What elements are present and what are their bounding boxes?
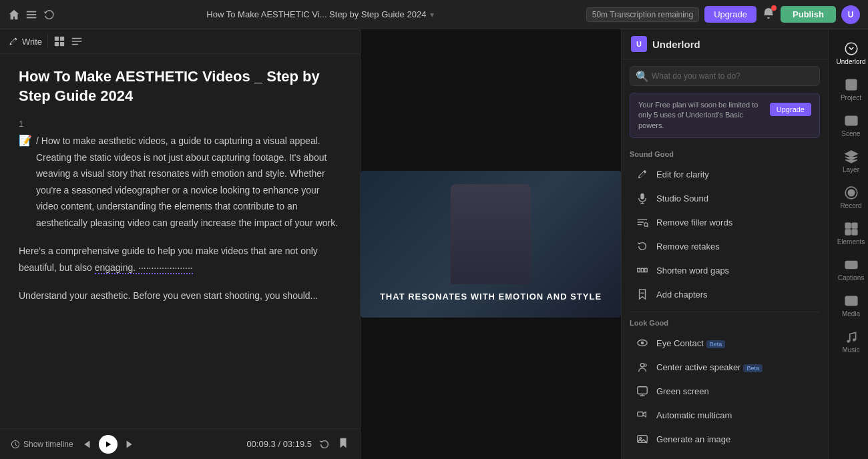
speaker-icon <box>635 360 650 374</box>
look-good-label: Look Good <box>630 319 820 327</box>
text-toolbar: Write <box>0 29 360 54</box>
avatar: U <box>841 5 860 24</box>
show-timeline-button[interactable]: Show timeline <box>11 440 73 449</box>
feature-green-screen[interactable]: Green screen <box>630 379 820 403</box>
write-button[interactable]: Write <box>8 36 42 47</box>
shorten-gaps-label: Shorten word gaps <box>656 266 729 276</box>
notification-dot <box>771 5 777 11</box>
edit-clarity-label: Edit for clarity <box>656 169 709 179</box>
underlord-title: Underlord <box>652 39 700 50</box>
notification-icon[interactable] <box>762 7 775 23</box>
search-box: 🔍 <box>630 66 820 86</box>
generate-image-label: Generate an image <box>656 434 730 444</box>
feature-remove-retakes[interactable]: Remove retakes <box>630 234 820 258</box>
gaps-icon <box>635 263 650 278</box>
sidebar-item-elements[interactable]: Elements <box>832 216 869 251</box>
svg-rect-22 <box>638 387 647 394</box>
menu-button[interactable] <box>25 9 37 21</box>
sidebar-item-underlord[interactable]: Underlord <box>832 36 869 71</box>
bookmark-button[interactable] <box>337 437 349 451</box>
show-timeline-label: Show timeline <box>23 440 73 449</box>
sidebar-item-layer[interactable]: Layer <box>832 144 869 179</box>
svg-rect-9 <box>640 193 644 199</box>
skip-forward-button[interactable] <box>124 438 136 450</box>
svg-marker-8 <box>106 441 111 446</box>
project-title: How To Make AESTHETIC Vi... Step by Step… <box>206 9 426 19</box>
sidebar-elements-label: Elements <box>837 238 865 246</box>
feature-studio-sound[interactable]: Studio Sound <box>630 186 820 210</box>
chapters-icon <box>635 287 650 302</box>
svg-rect-23 <box>638 412 643 416</box>
svg-rect-15 <box>641 268 644 272</box>
auto-multicam-label: Automatic multicam <box>656 410 732 420</box>
publish-button[interactable]: Publish <box>781 6 836 23</box>
underlord-panel: U Underlord 🔍 Your Free plan will soon b… <box>621 29 828 459</box>
svg-rect-4 <box>60 37 64 41</box>
current-time: 00:09.3 <box>246 439 275 449</box>
sidebar-layer-label: Layer <box>843 166 859 173</box>
body-paragraph-1[interactable]: / How to make aesthetic videos, a guide … <box>36 133 341 231</box>
svg-point-37 <box>847 340 849 342</box>
video-caption: THAT RESONATES WITH EMOTION AND STYLE <box>380 292 602 302</box>
toolbar-divider <box>47 35 48 48</box>
feature-auto-multicam[interactable]: Automatic multicam <box>630 403 820 427</box>
body-paragraph-3: Understand your aesthetic. Before you ev… <box>19 288 341 304</box>
remove-retakes-label: Remove retakes <box>656 242 720 252</box>
svg-rect-1 <box>27 14 36 15</box>
skip-back-button[interactable] <box>80 438 92 450</box>
feature-edit-clarity[interactable]: Edit for clarity <box>630 162 820 186</box>
topbar-center: How To Make AESTHETIC Vi... Step by Step… <box>61 9 580 19</box>
playback-controls <box>80 435 136 454</box>
sidebar-item-music[interactable]: Music <box>832 324 869 359</box>
sidebar-scene-label: Scene <box>841 130 860 137</box>
sidebar-project-label: Project <box>841 94 861 101</box>
icon-sidebar: Underlord Project Scene Layer Record Ele… <box>828 29 868 459</box>
play-button[interactable] <box>99 435 118 454</box>
sidebar-item-project[interactable]: Project <box>832 72 869 107</box>
add-chapters-label: Add chapters <box>656 290 708 300</box>
sidebar-music-label: Music <box>842 346 859 354</box>
upgrade-notice-text: Your Free plan will soon be limited to o… <box>638 100 765 131</box>
svg-rect-0 <box>27 11 36 12</box>
multicam-icon <box>635 408 650 422</box>
svg-rect-5 <box>55 42 59 46</box>
feature-add-chapters[interactable]: Add chapters <box>630 282 820 306</box>
svg-rect-2 <box>27 17 36 18</box>
view-toggle-button[interactable] <box>71 35 83 47</box>
search-icon: 🔍 <box>636 70 649 83</box>
underlord-search-input[interactable] <box>630 66 820 86</box>
body-paragraph-2: Here's a comprehensive guide to help you… <box>19 243 341 276</box>
upgrade-notice-button[interactable]: Upgrade <box>770 103 811 116</box>
svg-rect-34 <box>852 230 857 235</box>
green-screen-label: Green screen <box>656 386 709 396</box>
svg-rect-28 <box>845 116 857 125</box>
svg-point-20 <box>640 364 644 367</box>
greenscreen-icon <box>635 384 650 398</box>
feature-remove-filler[interactable]: Remove filler words <box>630 210 820 234</box>
sidebar-item-media[interactable]: Media <box>832 288 869 323</box>
sidebar-item-record[interactable]: Record <box>832 180 869 215</box>
topbar-right: 50m Transcription remaining Upgrade Publ… <box>586 5 860 24</box>
layout-button[interactable] <box>53 35 65 47</box>
edit-icon <box>635 167 650 181</box>
replay-button[interactable] <box>318 438 331 450</box>
total-time: 03:19.5 <box>283 439 312 449</box>
svg-point-19 <box>641 342 644 345</box>
svg-rect-14 <box>638 268 640 272</box>
undo-button[interactable] <box>43 9 55 21</box>
feature-center-speaker[interactable]: Center active speakerBeta <box>630 355 820 379</box>
svg-rect-6 <box>60 42 64 46</box>
mic-icon <box>635 191 650 205</box>
svg-point-21 <box>644 364 647 367</box>
feature-generate-image[interactable]: Generate an image <box>630 427 820 451</box>
sidebar-item-scene[interactable]: Scene <box>832 108 869 143</box>
feature-shorten-gaps[interactable]: Shorten word gaps <box>630 258 820 282</box>
upgrade-button[interactable]: Upgrade <box>704 6 756 23</box>
home-button[interactable] <box>8 9 20 21</box>
sidebar-item-captions[interactable]: Captions <box>832 252 869 287</box>
svg-point-29 <box>847 189 855 197</box>
remove-filler-label: Remove filler words <box>656 217 732 227</box>
svg-point-38 <box>853 338 855 341</box>
feature-eye-contact[interactable]: Eye ContactBeta <box>630 331 820 355</box>
filler-icon <box>635 215 650 230</box>
